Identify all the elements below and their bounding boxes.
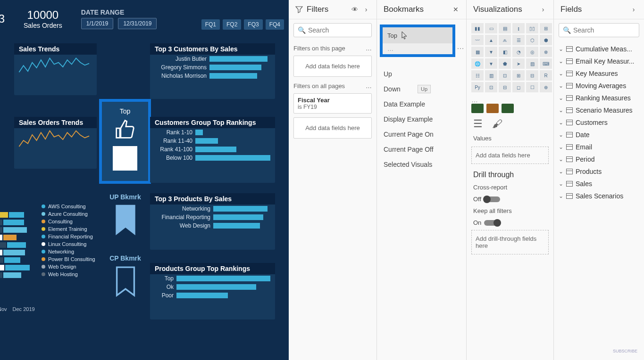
legend-item[interactable]: AWS Consulting <box>42 203 136 210</box>
card-cust-group-rank[interactable]: Customers Group Top Rankings Rank 1-10Ra… <box>150 117 275 183</box>
bookmark-item[interactable]: Up <box>384 66 460 82</box>
viz-type-icon[interactable]: ⬢ <box>540 35 552 45</box>
viz-type-icon[interactable]: ◎ <box>526 47 538 57</box>
viz-type-icon[interactable]: ⊕ <box>540 82 552 92</box>
viz-type-icon[interactable]: ▤ <box>499 23 511 33</box>
viz-type-icon[interactable]: ◻ <box>512 82 525 92</box>
bookmark-item[interactable]: Selected Visuals <box>384 157 460 172</box>
viz-type-icon[interactable]: 🌐 <box>471 58 484 69</box>
viz-type-icon[interactable]: ▲ <box>485 35 497 45</box>
fq2-button[interactable]: FQ2 <box>223 19 241 30</box>
viz-type-icon[interactable]: ⩕ <box>499 35 511 45</box>
viz-type-icon[interactable]: ◔ <box>512 47 525 57</box>
legend-item[interactable]: Power BI Consulting <box>42 255 136 263</box>
field-table[interactable]: ⌄Ranking Measures <box>557 92 641 104</box>
card-sales-trends[interactable]: Sales Trends <box>14 43 97 95</box>
viz-type-icon[interactable]: Py <box>471 82 484 92</box>
stacked-bar-chart[interactable] <box>0 212 30 278</box>
top-bookmark-button[interactable]: Top <box>99 99 151 184</box>
viz-type-icon[interactable]: ▮▮ <box>471 23 484 33</box>
viz-type-icon[interactable]: ☰ <box>512 35 525 45</box>
viz-type-icon[interactable]: ⊡ <box>485 82 497 92</box>
field-table[interactable]: ⌄Email <box>557 141 641 153</box>
legend-item[interactable]: Web Design <box>42 263 136 270</box>
fields-search[interactable]: 🔍 <box>559 23 639 37</box>
bookmark-item[interactable]: Data Example <box>384 97 460 112</box>
viz-type-icon[interactable]: ▼ <box>485 58 497 69</box>
viz-type-icon[interactable]: ⬡ <box>526 35 538 45</box>
card-top3-customers[interactable]: Top 3 Customers By Sales Justin ButlerGr… <box>150 43 275 99</box>
card-prod-group-rank[interactable]: Products Group Top Rankings TopOkPoor <box>150 263 275 319</box>
viz-type-icon[interactable]: ⊟ <box>526 70 538 81</box>
viz-type-icon[interactable]: ▯▯ <box>526 23 538 33</box>
viz-type-icon[interactable]: ☷ <box>471 70 484 81</box>
field-table[interactable]: ⌄Sales Scenarios <box>557 190 641 202</box>
chevron-right-icon[interactable]: › <box>362 6 370 13</box>
viz-type-icon[interactable]: ▭ <box>485 23 497 33</box>
legend-item[interactable]: Linux Consulting <box>42 240 136 248</box>
card-top3-products[interactable]: Top 3 Products By Sales NetworkingFinanc… <box>150 193 275 250</box>
viz-type-icon[interactable]: ⫿ <box>512 23 525 33</box>
viz-type-icon[interactable]: ◧ <box>499 47 511 57</box>
bookmark-options-icon[interactable]: … <box>457 42 464 51</box>
close-icon[interactable]: ✕ <box>452 6 460 13</box>
viz-type-icon[interactable]: ⊟ <box>499 82 511 92</box>
filter-card-fiscal-year[interactable]: Fiscal Year is FY19 <box>293 93 372 114</box>
viz-pro-icon[interactable] <box>502 104 514 113</box>
legend-item[interactable]: Networking <box>42 248 136 255</box>
viz-type-icon[interactable]: ▦ <box>471 47 484 57</box>
viz-type-icon[interactable]: ⊞ <box>512 70 525 81</box>
field-table[interactable]: ⌄Customers <box>557 116 641 129</box>
legend-item[interactable]: Web Hosting <box>42 270 136 278</box>
bookmark-item[interactable]: Current Page Off <box>384 142 460 157</box>
field-table[interactable]: ⌄Scenario Measures <box>557 104 641 116</box>
field-table[interactable]: ⌄Key Measures <box>557 67 641 80</box>
viz-pro-icon[interactable] <box>486 104 499 113</box>
field-table[interactable]: ⌄Sales <box>557 178 641 190</box>
viz-type-icon[interactable]: ⬟ <box>499 58 511 69</box>
fq4-button[interactable]: FQ4 <box>266 19 284 30</box>
card-sales-orders-trends[interactable]: Sales Orders Trends <box>14 117 97 169</box>
bookmark-item[interactable]: Current Page On <box>384 127 460 142</box>
legend-item[interactable]: Azure Consulting <box>42 210 136 218</box>
viz-type-icon[interactable]: ➤ <box>512 58 525 69</box>
legend-item[interactable]: Element Training <box>42 225 136 233</box>
legend-item[interactable]: Financial Reporting <box>42 233 136 240</box>
legend-item[interactable]: Consulting <box>42 218 136 225</box>
more-icon[interactable]: … <box>366 45 372 52</box>
viz-pro-icon[interactable] <box>471 104 484 113</box>
viz-type-icon[interactable]: 〰 <box>471 35 484 45</box>
field-table[interactable]: ⌄Cumulative Meas... <box>557 43 641 55</box>
values-drop[interactable]: Add data fields here <box>471 147 549 164</box>
cross-report-toggle[interactable]: Off <box>467 194 553 205</box>
bookmark-item[interactable]: Display Example <box>384 112 460 127</box>
fq3-button[interactable]: FQ3 <box>244 19 262 30</box>
add-fields-page[interactable]: Add data fields here <box>293 56 372 77</box>
viz-type-icon[interactable]: R <box>540 70 552 81</box>
viz-more-icon[interactable]: … <box>467 96 553 104</box>
chevron-right-icon[interactable]: › <box>630 6 637 13</box>
date-from[interactable]: 1/1/2019 <box>81 18 114 29</box>
search-input[interactable] <box>573 26 635 34</box>
viz-type-icon[interactable]: ▨ <box>526 58 538 69</box>
field-table[interactable]: ⌄Email Key Measur... <box>557 55 641 67</box>
fq1-button[interactable]: FQ1 <box>201 19 220 30</box>
viz-type-icon[interactable]: ▥ <box>485 70 497 81</box>
field-table[interactable]: ⌄Products <box>557 165 641 178</box>
more-icon[interactable]: … <box>366 82 372 90</box>
chevron-right-icon[interactable]: › <box>539 6 547 13</box>
add-fields-all[interactable]: Add data fields here <box>293 117 372 139</box>
viz-type-icon[interactable]: ⊞ <box>540 23 552 33</box>
date-to[interactable]: 12/31/2019 <box>118 18 157 29</box>
viz-type-icon[interactable]: ☐ <box>526 82 538 92</box>
viz-type-icon[interactable]: ⊗ <box>540 47 552 57</box>
viz-type-icon[interactable]: ⌨ <box>540 58 552 69</box>
filters-search[interactable]: 🔍 <box>293 23 372 37</box>
viz-type-icon[interactable]: ▼ <box>485 47 497 57</box>
viz-type-icon[interactable]: ⊡ <box>499 70 511 81</box>
field-table[interactable]: ⌄Period <box>557 153 641 165</box>
drill-through-drop[interactable]: Add drill-through fields here <box>471 230 549 254</box>
keep-filters-toggle[interactable]: On <box>467 217 553 228</box>
field-table[interactable]: ⌄Date <box>557 129 641 141</box>
fields-well-icon[interactable]: ☰ <box>473 118 483 130</box>
